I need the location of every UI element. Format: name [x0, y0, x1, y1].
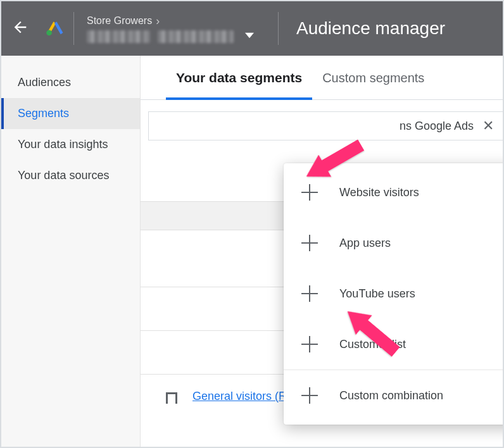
app-header: Store Growers › Audience manager	[1, 1, 503, 56]
segment-tabs: Your data segments Custom segments	[141, 56, 503, 100]
plus-icon	[301, 235, 318, 251]
divider	[278, 12, 279, 45]
sidebar-item-sources[interactable]: Your data sources	[1, 160, 140, 191]
google-ads-logo	[39, 18, 71, 39]
tab-custom-segments[interactable]: Custom segments	[312, 71, 434, 99]
page-title: Audience manager	[296, 18, 445, 39]
create-segment-menu: Website visitors App users YouTube users…	[284, 163, 504, 425]
plus-icon	[301, 285, 318, 302]
sidebar-item-segments[interactable]: Segments	[1, 98, 140, 129]
close-icon[interactable]: ✕	[482, 118, 494, 134]
menu-item-youtube-users[interactable]: YouTube users	[284, 268, 504, 319]
plus-icon	[301, 336, 318, 352]
menu-item-label: YouTube users	[339, 287, 415, 301]
divider	[73, 12, 74, 45]
sidebar-item-audiences[interactable]: Audiences	[1, 67, 140, 98]
menu-item-custom-combination[interactable]: Custom combination	[284, 370, 504, 421]
sidebar-item-insights[interactable]: Your data insights	[1, 129, 140, 160]
chevron-right-icon: ›	[156, 15, 160, 28]
account-id-redacted	[158, 30, 234, 43]
account-name-redacted	[87, 30, 150, 43]
plus-icon	[301, 387, 318, 404]
account-switcher[interactable]: Store Growers ›	[80, 15, 260, 43]
sidebar: Audiences Segments Your data insights Yo…	[1, 56, 141, 448]
menu-item-label: Website visitors	[339, 186, 419, 199]
checkbox[interactable]	[166, 392, 177, 404]
tab-your-data-segments[interactable]: Your data segments	[166, 70, 312, 99]
menu-item-app-users[interactable]: App users	[284, 218, 504, 268]
back-button[interactable]	[1, 18, 39, 39]
filter-chip[interactable]: ns Google Ads ✕	[148, 111, 503, 140]
menu-item-label: App users	[339, 237, 391, 250]
filter-chip-label: ns Google Ads	[400, 120, 474, 133]
main-content: Your data segments Custom segments ns Go…	[141, 56, 503, 448]
menu-item-label: Custom combination	[339, 389, 443, 402]
svg-point-0	[46, 30, 52, 35]
account-parent-label: Store Growers	[87, 15, 152, 27]
caret-down-icon[interactable]	[245, 31, 254, 42]
